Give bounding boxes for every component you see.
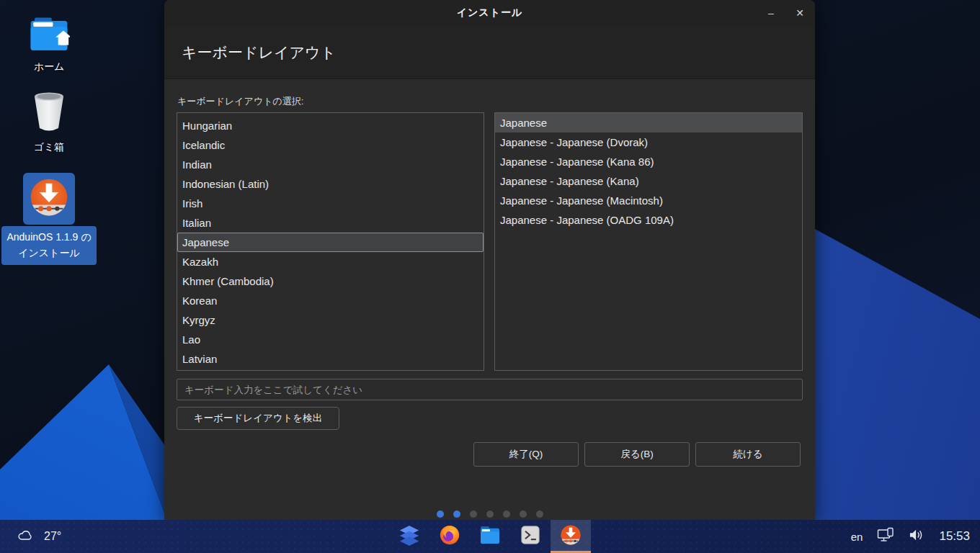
layout-option[interactable]: Hungarian bbox=[177, 116, 484, 135]
progress-dot bbox=[437, 511, 444, 518]
weather-temp: 27° bbox=[44, 530, 61, 543]
taskbar-item-installer[interactable] bbox=[551, 520, 591, 553]
page-header: キーボードレイアウト bbox=[164, 26, 815, 79]
keyboard-layout-list[interactable]: HungarianIcelandicIndianIndonesian (Lati… bbox=[177, 112, 484, 371]
layout-option[interactable]: Kyrgyz bbox=[177, 310, 484, 330]
home-folder-icon bbox=[28, 43, 70, 55]
layout-option[interactable]: Latvian bbox=[177, 349, 484, 369]
taskbar: 27° bbox=[0, 520, 980, 553]
layout-option[interactable]: Icelandic bbox=[177, 135, 484, 155]
variant-option[interactable]: Japanese - Japanese (Macintosh) bbox=[495, 191, 802, 210]
back-button[interactable]: 戻る(B) bbox=[584, 442, 690, 467]
desktop-icon-label: ゴミ箱 bbox=[0, 141, 98, 154]
desktop-icon-installer[interactable]: AnduinOS 1.1.9 の インストール bbox=[0, 173, 98, 265]
taskbar-item-app-launcher[interactable] bbox=[389, 520, 429, 553]
minimize-button[interactable]: – bbox=[762, 4, 780, 22]
progress-dot bbox=[453, 511, 460, 518]
desktop-icon-label: AnduinOS 1.1.9 の インストール bbox=[1, 226, 97, 265]
layout-option[interactable]: Lao bbox=[177, 330, 484, 349]
layout-option[interactable]: Japanese bbox=[177, 233, 484, 252]
variant-option[interactable]: Japanese - Japanese (Dvorak) bbox=[495, 132, 802, 152]
close-button[interactable]: ✕ bbox=[790, 4, 809, 22]
terminal-icon bbox=[520, 525, 540, 548]
layout-select-label: キーボードレイアウトの選択: bbox=[177, 95, 303, 108]
progress-dot bbox=[503, 511, 510, 518]
desktop-icon-home[interactable]: ホーム bbox=[0, 16, 98, 73]
installer-window: インストール – ✕ キーボードレイアウト キーボードレイアウトの選択: Hun… bbox=[164, 0, 815, 520]
taskbar-item-file-manager[interactable] bbox=[470, 520, 510, 553]
variant-option[interactable]: Japanese - Japanese (Kana) bbox=[495, 171, 802, 191]
desktop-icon-trash[interactable]: ゴミ箱 bbox=[0, 91, 98, 154]
keyboard-variant-list[interactable]: JapaneseJapanese - Japanese (Dvorak)Japa… bbox=[494, 112, 803, 371]
installer-icon bbox=[560, 524, 582, 549]
variant-option[interactable]: Japanese bbox=[495, 113, 802, 132]
page-title: キーボードレイアウト bbox=[182, 42, 336, 63]
trash-icon bbox=[31, 124, 67, 136]
progress-dot bbox=[486, 511, 494, 518]
installer-icon bbox=[29, 207, 69, 220]
installer-icon-selection bbox=[23, 173, 75, 225]
taskbar-clock[interactable]: 15:53 bbox=[939, 529, 970, 544]
volume-icon[interactable] bbox=[909, 528, 925, 545]
next-button[interactable]: 続ける bbox=[695, 442, 801, 467]
progress-dots bbox=[164, 511, 815, 518]
layout-option[interactable]: Indonesian (Latin) bbox=[177, 174, 484, 194]
layout-option[interactable]: Kazakh bbox=[177, 252, 484, 271]
display-devices-icon[interactable] bbox=[877, 527, 894, 546]
layout-option[interactable]: Khmer (Cambodia) bbox=[177, 271, 484, 291]
desktop-icon-label: ホーム bbox=[0, 60, 98, 73]
app-launcher-icon bbox=[398, 524, 420, 549]
detect-layout-button[interactable]: キーボードレイアウトを検出 bbox=[177, 407, 339, 430]
progress-dot bbox=[536, 511, 543, 518]
weather-widget[interactable]: 27° bbox=[17, 520, 61, 553]
progress-dot bbox=[520, 511, 527, 518]
file-manager-icon bbox=[479, 526, 501, 547]
progress-dot bbox=[470, 511, 477, 518]
quit-button[interactable]: 終了(Q) bbox=[473, 442, 579, 467]
window-title: インストール bbox=[164, 6, 815, 19]
keyboard-test-input[interactable] bbox=[177, 379, 803, 400]
layout-option[interactable]: Indian bbox=[177, 155, 484, 174]
language-indicator[interactable]: en bbox=[851, 531, 863, 543]
variant-option[interactable]: Japanese - Japanese (OADG 109A) bbox=[495, 210, 802, 230]
window-titlebar[interactable]: インストール – ✕ bbox=[164, 0, 815, 26]
variant-option[interactable]: Japanese - Japanese (Kana 86) bbox=[495, 152, 802, 171]
layout-option[interactable]: Italian bbox=[177, 213, 484, 233]
firefox-icon bbox=[439, 524, 460, 549]
cloud-icon bbox=[17, 529, 35, 544]
layout-option[interactable]: Korean bbox=[177, 291, 484, 310]
taskbar-item-firefox[interactable] bbox=[429, 520, 470, 553]
layout-option[interactable]: Irish bbox=[177, 194, 484, 213]
taskbar-item-terminal[interactable] bbox=[510, 520, 551, 553]
